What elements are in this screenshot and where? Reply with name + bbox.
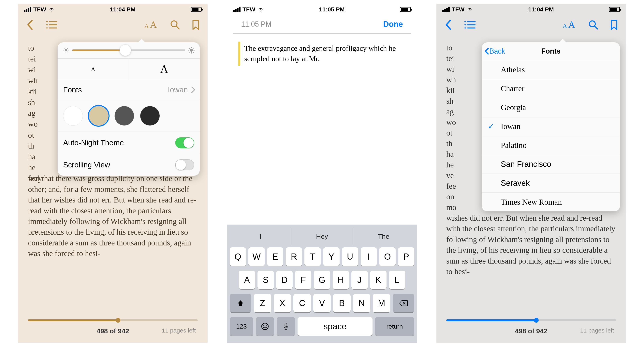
reader-toolbar: AA bbox=[436, 15, 626, 35]
key-backspace[interactable] bbox=[393, 294, 414, 312]
page-indicator: 498 of 942 bbox=[515, 327, 547, 335]
text-smaller-button[interactable]: A bbox=[58, 58, 129, 80]
font-option-georgia[interactable]: Georgia bbox=[482, 98, 620, 117]
scrolling-row: Scrolling View bbox=[58, 154, 200, 176]
reader-toolbar: AA bbox=[18, 15, 208, 35]
appearance-icon[interactable]: AA bbox=[143, 20, 158, 30]
carrier-label: TFW bbox=[452, 6, 464, 13]
key-t[interactable]: T bbox=[304, 247, 321, 266]
key-a[interactable]: A bbox=[239, 271, 255, 289]
phone-note-compose: TFW 11:05 PM 11:05 PM Done The extravaga… bbox=[227, 4, 417, 343]
key-e[interactable]: E bbox=[267, 247, 284, 266]
appearance-popover: A A Fonts Iowan Auto-Night Theme Scrolli… bbox=[58, 42, 200, 176]
svg-point-31 bbox=[264, 325, 264, 326]
svg-text:A: A bbox=[563, 22, 567, 29]
key-o[interactable]: O bbox=[379, 247, 396, 266]
suggestion[interactable]: Hey bbox=[291, 228, 352, 245]
font-option-iowan[interactable]: ✓Iowan bbox=[482, 117, 620, 136]
suggestion[interactable]: I bbox=[230, 228, 291, 245]
emoji-icon bbox=[261, 323, 269, 330]
key-f[interactable]: F bbox=[295, 271, 311, 289]
fonts-title: Fonts bbox=[541, 47, 560, 55]
key-w[interactable]: W bbox=[248, 247, 265, 266]
key-123[interactable]: 123 bbox=[230, 317, 253, 336]
cell-signal-icon bbox=[442, 7, 450, 12]
font-option-palatino[interactable]: Palatino bbox=[482, 136, 620, 155]
key-j[interactable]: J bbox=[352, 271, 368, 289]
key-mic[interactable] bbox=[276, 317, 295, 336]
text-larger-button[interactable]: A bbox=[129, 58, 200, 80]
key-z[interactable]: Z bbox=[254, 294, 271, 312]
font-option-times[interactable]: Times New Roman bbox=[482, 192, 620, 211]
key-n[interactable]: N bbox=[353, 294, 370, 312]
chevron-left-icon bbox=[484, 48, 489, 55]
page-scrubber[interactable] bbox=[28, 319, 198, 321]
auto-night-label: Auto-Night Theme bbox=[63, 139, 124, 147]
footer: 498 of 942 11 pages left bbox=[18, 321, 208, 343]
font-option-san-francisco[interactable]: San Francisco bbox=[482, 155, 620, 174]
key-v[interactable]: V bbox=[313, 294, 331, 312]
key-m[interactable]: M bbox=[373, 294, 390, 312]
auto-night-toggle[interactable] bbox=[175, 137, 194, 148]
key-h[interactable]: H bbox=[333, 271, 349, 289]
phone-appearance-settings: TFW 11:04 PM AA toteiwiwhkiishagwootthha… bbox=[18, 4, 208, 343]
font-option-charter[interactable]: Charter bbox=[482, 79, 620, 98]
theme-gray[interactable] bbox=[114, 106, 134, 126]
key-return[interactable]: return bbox=[375, 317, 414, 336]
key-b[interactable]: B bbox=[333, 294, 350, 312]
battery-icon bbox=[190, 7, 202, 12]
key-p[interactable]: P bbox=[398, 247, 414, 266]
svg-line-27 bbox=[193, 48, 194, 49]
theme-night[interactable] bbox=[140, 106, 160, 126]
theme-white[interactable] bbox=[63, 106, 83, 126]
svg-point-10 bbox=[65, 49, 67, 51]
page-indicator: 498 of 942 bbox=[97, 327, 129, 335]
font-option-seravek[interactable]: Seravek bbox=[482, 174, 620, 192]
brightness-slider[interactable] bbox=[58, 42, 200, 58]
key-s[interactable]: S bbox=[258, 271, 274, 289]
page-scrubber[interactable] bbox=[446, 319, 616, 321]
key-g[interactable]: G bbox=[314, 271, 330, 289]
chevron-right-icon bbox=[188, 86, 195, 93]
backspace-icon bbox=[399, 300, 408, 306]
key-r[interactable]: R bbox=[286, 247, 302, 266]
key-d[interactable]: D bbox=[276, 271, 292, 289]
toc-icon[interactable] bbox=[46, 20, 58, 29]
key-u[interactable]: U bbox=[342, 247, 358, 266]
done-button[interactable]: Done bbox=[383, 20, 403, 28]
key-l[interactable]: L bbox=[389, 271, 405, 289]
note-header: 11:05 PM Done bbox=[233, 15, 411, 34]
search-icon[interactable] bbox=[588, 20, 598, 30]
suggestion[interactable]: The bbox=[353, 228, 414, 245]
bookmark-icon[interactable] bbox=[610, 19, 618, 30]
search-icon[interactable] bbox=[170, 20, 180, 30]
note-highlighted-text[interactable]: The extravagance and general profligacy … bbox=[238, 41, 406, 66]
fonts-row[interactable]: Fonts Iowan bbox=[58, 80, 200, 100]
key-i[interactable]: I bbox=[361, 247, 377, 266]
key-y[interactable]: Y bbox=[323, 247, 340, 266]
key-x[interactable]: X bbox=[274, 294, 291, 312]
key-q[interactable]: Q bbox=[230, 247, 246, 266]
appearance-icon[interactable]: AA bbox=[562, 20, 576, 30]
key-shift[interactable] bbox=[230, 294, 251, 312]
status-time: 11:04 PM bbox=[110, 6, 136, 13]
fonts-popover: Back Fonts Athelas Charter Georgia ✓Iowa… bbox=[482, 42, 620, 211]
fonts-back-button[interactable]: Back bbox=[484, 47, 505, 55]
bookmark-icon[interactable] bbox=[192, 19, 200, 30]
theme-swatch-row bbox=[58, 100, 200, 132]
theme-sepia[interactable] bbox=[89, 106, 108, 126]
key-space[interactable]: space bbox=[298, 317, 372, 336]
key-c[interactable]: C bbox=[294, 294, 311, 312]
scrolling-toggle[interactable] bbox=[175, 159, 194, 171]
svg-text:A: A bbox=[568, 20, 575, 30]
back-icon[interactable] bbox=[444, 19, 452, 30]
shift-icon bbox=[237, 299, 244, 307]
font-option-athelas[interactable]: Athelas bbox=[482, 60, 620, 79]
auto-night-row: Auto-Night Theme bbox=[58, 132, 200, 154]
back-icon[interactable] bbox=[26, 19, 34, 30]
scrolling-label: Scrolling View bbox=[63, 161, 110, 169]
key-emoji[interactable] bbox=[256, 317, 274, 336]
keyboard: I Hey The Q W E R T Y U I O P A S D F G … bbox=[227, 224, 417, 343]
toc-icon[interactable] bbox=[464, 20, 476, 29]
key-k[interactable]: K bbox=[370, 271, 386, 289]
